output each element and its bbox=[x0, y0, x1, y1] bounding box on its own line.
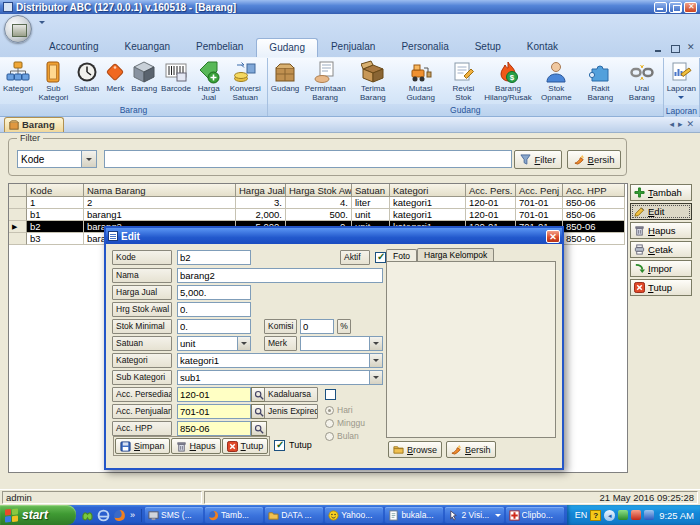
toolbar-konversi-satuan-button[interactable]: Konversi Satuan bbox=[225, 60, 266, 103]
chevron-down-icon[interactable] bbox=[369, 354, 382, 367]
tab-gudang[interactable]: Gudang bbox=[256, 38, 318, 57]
sub-kategori-select[interactable]: sub1 bbox=[177, 370, 383, 385]
task-tamb[interactable]: Tamb... bbox=[205, 507, 263, 523]
task-sms[interactable]: SMS (... bbox=[145, 507, 203, 523]
harga-jual-input[interactable] bbox=[177, 285, 251, 300]
toolbar-sub-kategori-button[interactable]: Sub Kategori bbox=[35, 60, 72, 103]
toolbar-barang-hilang-rusak-button[interactable]: $ Barang Hilang/Rusak bbox=[482, 60, 534, 103]
chevron-down-icon[interactable] bbox=[237, 337, 250, 350]
impor-button[interactable]: Impor bbox=[630, 260, 692, 277]
edit-button[interactable]: Edit bbox=[630, 203, 692, 220]
bersih-button[interactable]: Bersih bbox=[567, 150, 621, 169]
toolbar-barang-button[interactable]: Barang bbox=[129, 60, 159, 94]
toolbar-urai-barang-button[interactable]: Urai Barang bbox=[622, 60, 662, 103]
language-indicator[interactable]: EN bbox=[575, 510, 588, 520]
tab-personalia[interactable]: Personalia bbox=[388, 37, 461, 57]
restore-button[interactable] bbox=[669, 2, 682, 13]
mdi-restore-button[interactable] bbox=[670, 44, 680, 53]
toolbar-kategori-button[interactable]: Kategori bbox=[1, 60, 35, 94]
filter-search-input[interactable] bbox=[104, 150, 512, 168]
chevron-down-icon[interactable] bbox=[81, 151, 96, 167]
satuan-select[interactable]: unit bbox=[177, 336, 251, 351]
chevron-down-icon[interactable] bbox=[369, 337, 382, 350]
tab-close-icon[interactable]: ✕ bbox=[686, 119, 694, 129]
toolbar-stok-opname-button[interactable]: Stok Opname bbox=[534, 60, 579, 103]
tray-icon-blue[interactable] bbox=[644, 510, 654, 520]
jenis-expired-bulan-radio[interactable]: Bulan bbox=[325, 431, 359, 441]
ie-icon[interactable] bbox=[97, 509, 110, 522]
quick-launch-overflow-chevron[interactable]: » bbox=[129, 510, 136, 520]
hrg-stok-awal-input[interactable] bbox=[177, 302, 251, 317]
cetak-button[interactable]: Cetak bbox=[630, 241, 692, 258]
tab-scroll-right-icon[interactable]: ▸ bbox=[678, 119, 683, 129]
toolbar-mutasi-gudang-button[interactable]: Mutasi Gudang bbox=[397, 60, 445, 103]
toolbar-satuan-button[interactable]: Satuan bbox=[72, 60, 101, 94]
merk-select[interactable] bbox=[300, 336, 383, 351]
kategori-select[interactable]: kategori1 bbox=[177, 353, 383, 368]
start-button[interactable]: start bbox=[0, 505, 76, 525]
mdi-minimize-button[interactable] bbox=[654, 44, 664, 53]
browse-button[interactable]: Browse bbox=[388, 441, 442, 458]
tab-pembelian[interactable]: Pembelian bbox=[183, 37, 256, 57]
jenis-expired-minggu-radio[interactable]: Minggu bbox=[325, 418, 365, 428]
photo-bersih-button[interactable]: Bersih bbox=[446, 441, 496, 458]
toolbar-laporan-button[interactable]: Laporan bbox=[665, 60, 698, 105]
tab-accounting[interactable]: Accounting bbox=[36, 37, 111, 57]
tab-scroll-left-icon[interactable]: ◂ bbox=[669, 119, 674, 129]
kode-input[interactable] bbox=[177, 250, 251, 265]
hide-icons-chevron[interactable]: ◂ bbox=[604, 510, 615, 521]
dialog-tutup-button[interactable]: Tutup bbox=[222, 438, 269, 454]
task-bukala[interactable]: bukala... bbox=[385, 507, 443, 523]
toolbar-harga-jual-button[interactable]: Harga Jual bbox=[193, 60, 225, 103]
toolbar-terima-barang-button[interactable]: Terima Barang bbox=[349, 60, 397, 103]
firefox-icon[interactable] bbox=[113, 509, 126, 522]
simpan-button[interactable]: Simpan bbox=[115, 438, 170, 454]
acc-penjualan-input[interactable] bbox=[177, 404, 251, 419]
tray-icon-green[interactable] bbox=[618, 510, 628, 520]
table-row[interactable]: b1barang1 2,000.500. unitkategori1 120-0… bbox=[9, 209, 627, 221]
tab-setup[interactable]: Setup bbox=[462, 37, 514, 57]
stok-minimal-input[interactable] bbox=[177, 319, 251, 334]
kadaluarsa-checkbox[interactable] bbox=[325, 389, 336, 400]
quick-access-dropdown-icon[interactable] bbox=[38, 18, 47, 27]
toolbar-barcode-button[interactable]: Barcode bbox=[159, 60, 193, 94]
task-clipboard[interactable]: Clipbo... bbox=[506, 507, 564, 523]
tab-keuangan[interactable]: Keuangan bbox=[111, 37, 183, 57]
chevron-down-icon[interactable] bbox=[369, 371, 382, 384]
close-button[interactable] bbox=[684, 2, 697, 13]
app-orb-button[interactable] bbox=[4, 15, 32, 43]
acc-persediaan-input[interactable] bbox=[177, 387, 251, 402]
acc-hpp-search-button[interactable] bbox=[251, 421, 267, 436]
filter-field-select[interactable]: Kode bbox=[17, 150, 97, 168]
dialog-close-button[interactable]: ✕ bbox=[546, 230, 560, 243]
tray-icon-red[interactable] bbox=[631, 510, 641, 520]
toolbar-merk-button[interactable]: Merk bbox=[101, 60, 129, 94]
jenis-expired-hari-radio[interactable]: Hari bbox=[325, 405, 353, 415]
mdi-close-button[interactable] bbox=[686, 44, 696, 53]
minimize-button[interactable] bbox=[654, 2, 667, 13]
komisi-input[interactable] bbox=[300, 319, 334, 334]
filter-button[interactable]: Filter bbox=[514, 150, 562, 169]
tambah-button[interactable]: Tambah bbox=[630, 184, 692, 201]
tutup-checkbox[interactable] bbox=[274, 440, 285, 451]
msn-icon[interactable] bbox=[81, 509, 94, 522]
task-data[interactable]: DATA ... bbox=[265, 507, 323, 523]
acc-hpp-input[interactable] bbox=[177, 421, 251, 436]
task-yahoo[interactable]: Yahoo... bbox=[325, 507, 383, 523]
tutup-button[interactable]: Tutup bbox=[630, 279, 692, 296]
tab-kontak[interactable]: Kontak bbox=[514, 37, 571, 57]
aktif-checkbox[interactable] bbox=[375, 252, 386, 263]
toolbar-rakit-barang-button[interactable]: Rakit Barang bbox=[579, 60, 622, 103]
document-tab-barang[interactable]: Barang bbox=[4, 117, 64, 132]
toolbar-revisi-stok-button[interactable]: Revisi Stok bbox=[445, 60, 483, 103]
toolbar-gudang-button[interactable]: Gudang bbox=[269, 60, 301, 94]
tab-penjualan[interactable]: Penjualan bbox=[318, 37, 388, 57]
table-row[interactable]: 12 3.4. literkategori1 120-01701-01 850-… bbox=[9, 197, 627, 209]
tab-harga-kelompok[interactable]: Harga Kelompok bbox=[417, 248, 494, 261]
nama-input[interactable] bbox=[177, 268, 383, 283]
hapus-button[interactable]: Hapus bbox=[630, 222, 692, 239]
task-visio[interactable]: 2 Visi... bbox=[445, 507, 503, 523]
toolbar-permintaan-barang-button[interactable]: Permintaan Barang bbox=[301, 60, 349, 103]
dialog-hapus-button[interactable]: Hapus bbox=[171, 438, 221, 454]
help-tray-icon[interactable]: ? bbox=[590, 510, 601, 521]
